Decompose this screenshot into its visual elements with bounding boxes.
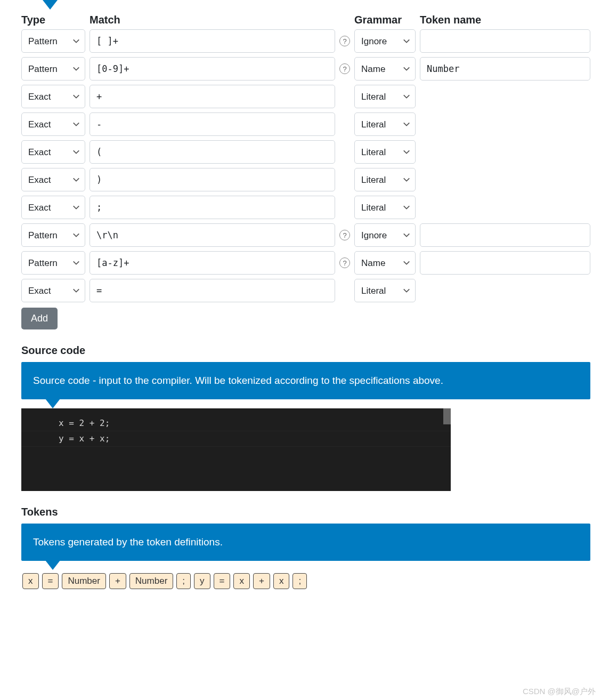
match-input[interactable] — [90, 168, 335, 191]
editor-line[interactable]: 1x = 2 + 2; — [21, 416, 451, 431]
match-input[interactable] — [90, 251, 335, 275]
grammar-select[interactable]: IgnoreNameLiteral — [354, 85, 416, 108]
token-chip[interactable]: ; — [176, 573, 191, 589]
grammar-select[interactable]: IgnoreNameLiteral — [354, 251, 416, 275]
grammar-select[interactable]: IgnoreNameLiteral — [354, 57, 416, 81]
match-input[interactable] — [90, 140, 335, 164]
match-input[interactable] — [90, 196, 335, 219]
source-code-title: Source code — [21, 344, 590, 357]
grammar-select-wrap: IgnoreNameLiteral — [354, 196, 416, 219]
grammar-select[interactable]: IgnoreNameLiteral — [354, 279, 416, 302]
token-name-input[interactable] — [420, 223, 590, 247]
source-code-editor[interactable]: 1x = 2 + 2;2y = x + x; — [21, 408, 451, 491]
type-select[interactable]: PatternExact — [21, 223, 85, 247]
editor-line[interactable]: 2y = x + x; — [21, 431, 451, 447]
grammar-select-wrap: IgnoreNameLiteral — [354, 85, 416, 108]
grammar-select-wrap: IgnoreNameLiteral — [354, 29, 416, 53]
header-token: Token name — [420, 14, 590, 26]
code-text: y = x + x; — [59, 431, 110, 446]
token-name-input[interactable] — [420, 251, 590, 275]
token-chip[interactable]: x — [273, 573, 290, 589]
grammar-select-wrap: IgnoreNameLiteral — [354, 112, 416, 136]
token-chip[interactable]: + — [109, 573, 126, 589]
source-code-info: Source code - input to the compiler. Wil… — [21, 362, 590, 399]
type-select-wrap: PatternExact — [21, 29, 85, 53]
type-select-wrap: PatternExact — [21, 140, 85, 164]
type-select[interactable]: PatternExact — [21, 140, 85, 164]
tokens-output: x=Number+Number;y=x+x; — [21, 573, 590, 589]
type-select-wrap: PatternExact — [21, 223, 85, 247]
type-select[interactable]: PatternExact — [21, 29, 85, 53]
grammar-select[interactable]: IgnoreNameLiteral — [354, 196, 416, 219]
rule-row: PatternExact IgnoreNameLiteral — [21, 168, 590, 191]
type-select-wrap: PatternExact — [21, 85, 85, 108]
rule-row: PatternExact IgnoreNameLiteral — [21, 112, 590, 136]
callout-pointer-icon — [43, 0, 58, 10]
token-chip[interactable]: y — [194, 573, 210, 589]
token-chip[interactable]: Number — [129, 573, 173, 589]
token-chip[interactable]: = — [42, 573, 59, 589]
token-chip[interactable]: + — [253, 573, 270, 589]
match-input[interactable] — [90, 223, 335, 247]
type-select[interactable]: PatternExact — [21, 279, 85, 302]
header-match: Match — [90, 14, 333, 26]
type-select-wrap: PatternExact — [21, 251, 85, 275]
rule-row: PatternExact ? IgnoreNameLiteral — [21, 223, 590, 247]
callout-pointer-icon — [45, 399, 60, 408]
add-button[interactable]: Add — [21, 308, 58, 329]
rule-row: PatternExact ? IgnoreNameLiteral — [21, 29, 590, 53]
token-name-input[interactable] — [420, 29, 590, 53]
match-input[interactable] — [90, 279, 335, 302]
header-type: Type — [21, 14, 85, 26]
match-input[interactable] — [90, 112, 335, 136]
grammar-select[interactable]: IgnoreNameLiteral — [354, 29, 416, 53]
code-text: x = 2 + 2; — [59, 416, 110, 431]
rule-row: PatternExact IgnoreNameLiteral — [21, 196, 590, 219]
tokens-info: Tokens generated by the token definition… — [21, 524, 590, 561]
type-select-wrap: PatternExact — [21, 112, 85, 136]
callout-pointer-icon — [45, 560, 60, 570]
help-icon[interactable]: ? — [339, 36, 350, 46]
match-input[interactable] — [90, 29, 335, 53]
grammar-select-wrap: IgnoreNameLiteral — [354, 223, 416, 247]
type-select-wrap: PatternExact — [21, 279, 85, 302]
type-select[interactable]: PatternExact — [21, 251, 85, 275]
grammar-select-wrap: IgnoreNameLiteral — [354, 57, 416, 81]
help-icon[interactable]: ? — [339, 258, 350, 268]
grammar-select-wrap: IgnoreNameLiteral — [354, 140, 416, 164]
token-chip[interactable]: ; — [293, 573, 307, 589]
token-chip[interactable]: x — [233, 573, 250, 589]
type-select-wrap: PatternExact — [21, 196, 85, 219]
token-chip[interactable]: = — [214, 573, 231, 589]
type-select[interactable]: PatternExact — [21, 196, 85, 219]
rule-row: PatternExact ? IgnoreNameLiteral — [21, 57, 590, 81]
header-grammar: Grammar — [354, 14, 416, 26]
token-name-input[interactable] — [420, 57, 590, 81]
grammar-select-wrap: IgnoreNameLiteral — [354, 279, 416, 302]
grammar-select[interactable]: IgnoreNameLiteral — [354, 140, 416, 164]
rule-row: PatternExact ? IgnoreNameLiteral — [21, 251, 590, 275]
grammar-select[interactable]: IgnoreNameLiteral — [354, 112, 416, 136]
type-select[interactable]: PatternExact — [21, 57, 85, 81]
rule-row: PatternExact IgnoreNameLiteral — [21, 140, 590, 164]
grammar-select[interactable]: IgnoreNameLiteral — [354, 168, 416, 191]
type-select-wrap: PatternExact — [21, 168, 85, 191]
grammar-select[interactable]: IgnoreNameLiteral — [354, 223, 416, 247]
token-chip[interactable]: Number — [62, 573, 105, 589]
type-select[interactable]: PatternExact — [21, 168, 85, 191]
type-select-wrap: PatternExact — [21, 57, 85, 81]
grammar-select-wrap: IgnoreNameLiteral — [354, 168, 416, 191]
match-input[interactable] — [90, 85, 335, 108]
rule-row: PatternExact IgnoreNameLiteral — [21, 85, 590, 108]
editor-minimap — [443, 408, 451, 491]
grammar-select-wrap: IgnoreNameLiteral — [354, 251, 416, 275]
rules-header-row: Type Match Grammar Token name — [21, 14, 590, 26]
rule-row: PatternExact IgnoreNameLiteral — [21, 279, 590, 302]
help-icon[interactable]: ? — [339, 63, 350, 74]
help-icon[interactable]: ? — [339, 230, 350, 240]
match-input[interactable] — [90, 57, 335, 81]
type-select[interactable]: PatternExact — [21, 85, 85, 108]
type-select[interactable]: PatternExact — [21, 112, 85, 136]
token-chip[interactable]: x — [22, 573, 39, 589]
tokens-title: Tokens — [21, 506, 590, 518]
